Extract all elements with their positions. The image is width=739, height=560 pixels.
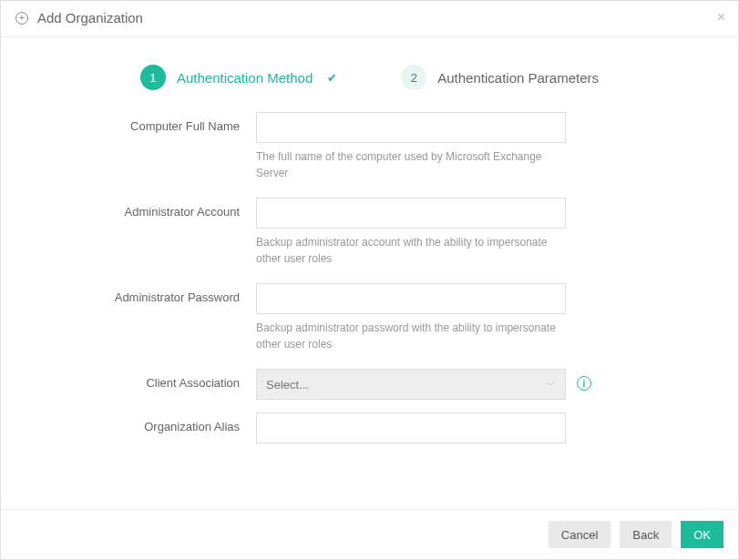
check-icon: ✔ bbox=[327, 71, 337, 85]
label-client-association: Client Association bbox=[56, 369, 256, 390]
administrator-account-input[interactable] bbox=[256, 198, 566, 229]
label-administrator-account: Administrator Account bbox=[56, 198, 256, 219]
row-administrator-account: Administrator Account Backup administrat… bbox=[56, 198, 683, 267]
administrator-password-input[interactable] bbox=[256, 283, 566, 314]
helper-computer-full-name: The full name of the computer used by Mi… bbox=[256, 148, 566, 181]
plus-circle-icon: + bbox=[15, 12, 28, 25]
step-authentication-parameters[interactable]: 2 Authentication Parameters bbox=[401, 65, 599, 90]
close-icon[interactable]: × bbox=[717, 10, 725, 25]
dialog-titlebar: + Add Organization × bbox=[1, 1, 738, 37]
step-label: Authentication Method bbox=[177, 70, 313, 86]
row-computer-full-name: Computer Full Name The full name of the … bbox=[56, 112, 683, 181]
info-icon[interactable]: i bbox=[577, 376, 591, 391]
computer-full-name-input[interactable] bbox=[256, 112, 566, 143]
label-administrator-password: Administrator Password bbox=[56, 283, 256, 304]
dialog-footer: Cancel Back OK bbox=[1, 509, 738, 559]
row-organization-alias: Organization Alias bbox=[56, 412, 683, 443]
chevron-down-icon: ﹀ bbox=[546, 378, 556, 392]
dialog-title: Add Organization bbox=[37, 10, 143, 25]
step-authentication-method[interactable]: 1 Authentication Method ✔ bbox=[140, 65, 337, 90]
add-organization-dialog: + Add Organization × 1 Authentication Me… bbox=[0, 0, 739, 560]
ok-button[interactable]: OK bbox=[681, 521, 724, 548]
select-placeholder: Select... bbox=[266, 378, 309, 392]
helper-administrator-account: Backup administrator account with the ab… bbox=[256, 234, 566, 267]
cancel-button[interactable]: Cancel bbox=[549, 521, 611, 548]
organization-alias-input[interactable] bbox=[256, 412, 566, 443]
row-administrator-password: Administrator Password Backup administra… bbox=[56, 283, 683, 352]
step-label: Authentication Parameters bbox=[437, 70, 599, 86]
step-number-badge: 1 bbox=[140, 65, 166, 90]
back-button[interactable]: Back bbox=[620, 521, 672, 548]
form-area: Computer Full Name The full name of the … bbox=[1, 112, 738, 509]
helper-administrator-password: Backup administrator password with the a… bbox=[256, 320, 566, 352]
label-computer-full-name: Computer Full Name bbox=[56, 112, 256, 133]
step-number-badge: 2 bbox=[401, 65, 426, 90]
label-organization-alias: Organization Alias bbox=[56, 412, 256, 433]
client-association-select[interactable]: Select... ﹀ bbox=[256, 369, 566, 400]
row-client-association: Client Association Select... ﹀ i bbox=[56, 369, 683, 400]
wizard-stepper: 1 Authentication Method ✔ 2 Authenticati… bbox=[1, 37, 738, 112]
